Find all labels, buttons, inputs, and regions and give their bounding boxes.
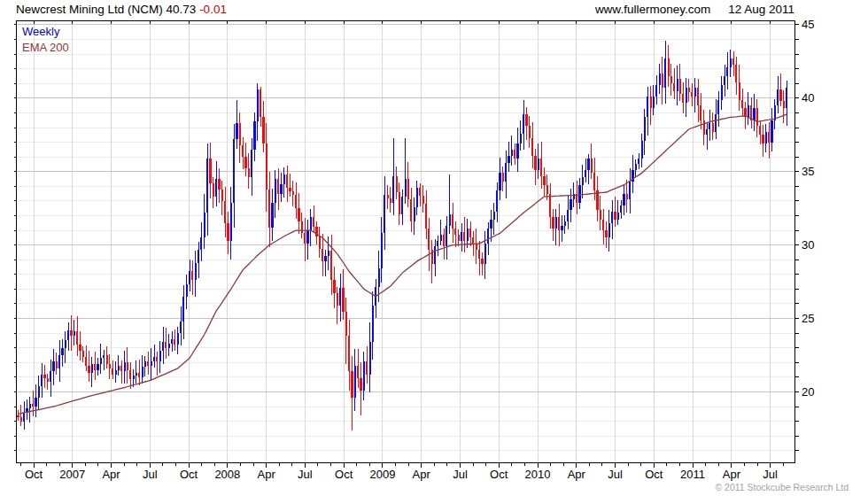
- last-price: 40.73: [167, 3, 197, 16]
- x-axis-label: Apr: [102, 468, 120, 481]
- legend-weekly-label: Weekly: [22, 24, 69, 40]
- y-axis-label: 25: [802, 312, 814, 325]
- y-axis-label: 40: [802, 91, 814, 105]
- x-axis-label: Oct: [335, 468, 353, 481]
- price-chart-canvas: 202530354045Oct2007AprJulOct2008AprJulOc…: [0, 0, 868, 496]
- x-axis-label: Apr: [413, 468, 431, 481]
- x-axis-label: Oct: [490, 468, 508, 481]
- x-axis-label: Jul: [143, 468, 158, 481]
- x-axis-label: 2009: [369, 468, 395, 481]
- x-axis-label: Apr: [568, 468, 586, 481]
- x-axis-label: Apr: [723, 468, 741, 481]
- y-axis-label: 35: [802, 165, 814, 178]
- y-axis-label: 20: [802, 385, 814, 399]
- x-axis-label: 2007: [59, 468, 85, 481]
- instrument-title: Newcrest Mining Ltd (NCM): [16, 3, 163, 16]
- price-change: -0.01: [199, 3, 227, 16]
- chart-header-right: www.fullermoney.com 12 Aug 2011: [595, 3, 794, 16]
- y-axis-label: 45: [802, 18, 814, 31]
- chart-window: 202530354045Oct2007AprJulOct2008AprJulOc…: [0, 0, 868, 496]
- chart-legend: Weekly EMA 200: [22, 24, 69, 56]
- x-axis-label: Apr: [258, 468, 276, 481]
- x-axis-label: 2010: [525, 468, 551, 481]
- x-axis-label: Jul: [298, 468, 313, 481]
- y-axis-label: 30: [802, 238, 814, 252]
- x-axis-label: Jul: [763, 468, 778, 481]
- copyright-notice: © 2011 Stockcube Research Ltd: [715, 482, 849, 492]
- x-axis-label: Jul: [608, 468, 623, 481]
- x-axis-label: 2008: [214, 468, 240, 481]
- x-axis-label: 2011: [680, 468, 705, 481]
- website-watermark: www.fullermoney.com: [595, 3, 710, 16]
- x-axis-label: Oct: [180, 468, 198, 481]
- chart-date: 12 Aug 2011: [728, 3, 794, 16]
- x-axis-label: Oct: [25, 468, 43, 481]
- chart-title-bar: Newcrest Mining Ltd (NCM) 40.73 -0.01: [16, 3, 227, 16]
- x-axis-label: Oct: [645, 468, 663, 481]
- legend-ema-label: EMA 200: [22, 40, 69, 56]
- x-axis-label: Jul: [453, 468, 468, 481]
